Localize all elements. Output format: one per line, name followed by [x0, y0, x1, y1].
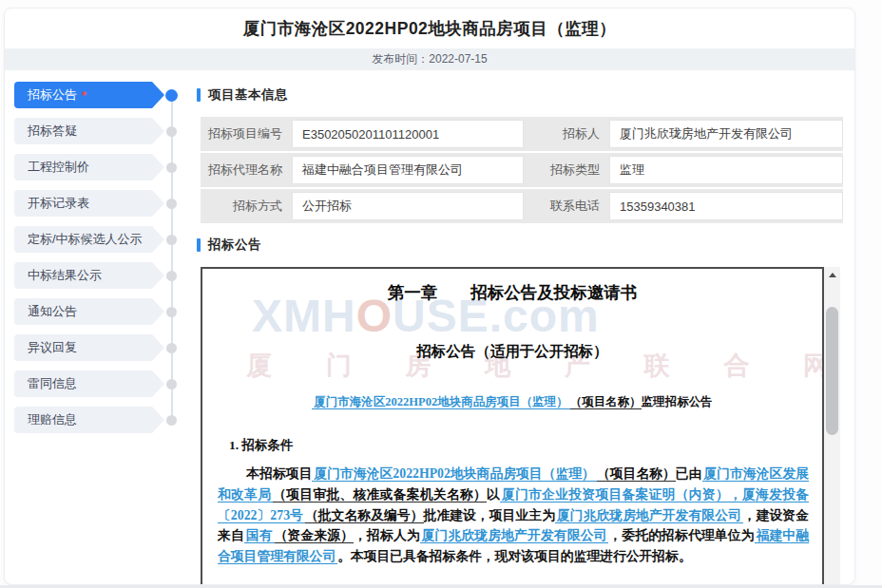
sidebar-arrow[interactable]: 雷同信息 [14, 370, 164, 397]
scrollbar-thumb[interactable] [826, 307, 838, 435]
timeline-dot [165, 89, 178, 102]
page: 厦门市海沧区2022HP02地块商品房项目（监理） 发布时间：2022-07-1… [0, 0, 882, 588]
field-placeholder: （资金来源） [275, 528, 354, 543]
field-value: 福建中融合项目管理有限公司 [292, 156, 524, 184]
sidebar-item-label: 定标/中标候选人公示 [28, 231, 143, 248]
sidebar-item-winner-result-publicity[interactable]: 中标结果公示 [14, 262, 187, 289]
table-row: 招标代理名称 福建中融合项目管理有限公司 招标类型 监理 [201, 153, 843, 187]
timeline-dot [166, 126, 177, 137]
sidebar-item-label: 招标公告 [28, 86, 77, 104]
table-row: 招标方式 公开招标 联系电话 15359340381 [201, 189, 843, 223]
document-page: XMHOUSE.com 厦 门 房 地 产 联 合 网 第一章 招标公告及投标邀… [201, 267, 824, 585]
sidebar-item-label: 异议回复 [28, 339, 77, 356]
field-value: 15359340381 [609, 192, 843, 220]
field-label: 招标代理名称 [201, 153, 292, 187]
sidebar-item-bid-qa[interactable]: 招标答疑 [14, 118, 187, 144]
sidebar-arrow[interactable]: 定标/中标候选人公示 [14, 226, 164, 253]
field-value: 厦门兆欣珑房地产开发有限公司 [609, 120, 843, 148]
timeline-dot [166, 307, 177, 317]
doc-project-headline: 厦门市海沧区2022HP02地块商品房项目（监理）（项目名称）监理招标公告 [212, 394, 813, 410]
doc-clause1-title: 1. 招标条件 [229, 437, 822, 454]
sidebar-item-label: 理赔信息 [28, 411, 77, 428]
field-placeholder: （项目审批、核准或备案机关名称） [273, 487, 487, 503]
field-value: E3502050201101120001 [292, 120, 524, 148]
section-title: 招标公告 [208, 237, 261, 254]
sidebar-arrow[interactable]: 招标公告* [14, 82, 164, 108]
sidebar-arrow[interactable]: 通知公告 [14, 298, 164, 325]
tenderer-company-link[interactable]: 厦门兆欣珑房地产开发有限公司 [420, 528, 609, 543]
para-text: ，委托的招标代理单位为 [608, 528, 754, 542]
sidebar-item-winner-candidate-publicity[interactable]: 定标/中标候选人公示 [14, 226, 187, 253]
timeline-dot [166, 343, 177, 353]
funding-source-link[interactable]: 国有 [244, 528, 275, 543]
timeline-dot [166, 199, 177, 209]
required-asterisk: * [82, 88, 86, 103]
field-placeholder: （批文名称及编号） [305, 508, 424, 523]
para-text: 以 [487, 487, 500, 502]
doc-subtitle: 招标公告（适用于公开招标） [212, 342, 813, 362]
field-label: 招标人 [524, 117, 609, 151]
field-label: 招标类型 [524, 153, 609, 187]
sidebar-item-claim-info[interactable]: 理赔信息 [14, 407, 187, 433]
owner-company-link[interactable]: 厦门兆欣珑房地产开发有限公司 [555, 508, 743, 523]
sidebar-item-label: 通知公告 [28, 303, 77, 320]
sidebar-item-project-control-price[interactable]: 工程控制价 [14, 154, 187, 180]
sidebar-arrow[interactable]: 开标记录表 [14, 190, 164, 217]
document-viewer: XMHOUSE.com 厦 门 房 地 产 联 合 网 第一章 招标公告及投标邀… [201, 267, 840, 585]
para-text: 已由 [676, 466, 702, 481]
section-title: 项目基本信息 [208, 86, 288, 104]
section-accent-bar [197, 238, 201, 252]
field-label: 招标方式 [201, 189, 292, 223]
para-text: 批准建设，项目业主为 [424, 508, 555, 522]
sidebar-item-label: 雷同信息 [28, 375, 77, 392]
document-scrollbar[interactable] [824, 267, 840, 585]
sidebar-arrow[interactable]: 理赔信息 [14, 407, 164, 433]
main-content: 项目基本信息 招标项目编号 E3502050201101120001 招标人 厦… [197, 82, 843, 585]
publish-time-bar: 发布时间：2022-07-15 [5, 48, 854, 70]
para-text: ，招标人为 [354, 528, 420, 542]
timeline-dot [166, 415, 177, 426]
doc-chapter-title: 第一章 招标公告及投标邀请书 [212, 281, 813, 304]
sidebar-arrow[interactable]: 工程控制价 [14, 154, 164, 180]
section-basic-info-header: 项目基本信息 [197, 87, 288, 103]
field-value: 公开招标 [292, 192, 524, 220]
sidebar-item-label: 中标结果公示 [28, 267, 102, 284]
field-placeholder: （项目名称） [597, 466, 676, 482]
field-value: 监理 [609, 156, 843, 184]
doc-paragraph: 本招标项目厦门市海沧区2022HP02地块商品房项目（监理）（项目名称）已由厦门… [218, 464, 809, 567]
headline-suffix: 监理招标公告 [642, 395, 713, 408]
timeline-dot [166, 235, 177, 245]
section-accent-bar [197, 88, 201, 102]
field-placeholder: （项目名称） [570, 395, 642, 409]
basic-info-table: 招标项目编号 E3502050201101120001 招标人 厦门兆欣珑房地产… [201, 117, 843, 225]
up-arrow-icon [829, 273, 836, 277]
page-title: 厦门市海沧区2022HP02地块商品房项目（监理） [5, 9, 854, 48]
sidebar: 招标公告* 招标答疑 工程控制价 开标记录表 定标/中标候选人公示 中标结果公示 [14, 82, 187, 443]
table-row: 招标项目编号 E3502050201101120001 招标人 厦门兆欣珑房地产… [201, 117, 843, 151]
timeline-dot [166, 271, 177, 281]
sidebar-item-label: 开标记录表 [28, 195, 89, 212]
sidebar-item-duplicate-info[interactable]: 雷同信息 [14, 370, 187, 397]
timeline-dot [166, 379, 177, 389]
sidebar-item-bid-announcement[interactable]: 招标公告* [14, 82, 187, 108]
sidebar-item-label: 招标答疑 [28, 123, 77, 140]
content-card: 厦门市海沧区2022HP02地块商品房项目（监理） 发布时间：2022-07-1… [4, 8, 855, 585]
sidebar-item-label: 工程控制价 [28, 159, 89, 176]
sidebar-item-notice[interactable]: 通知公告 [14, 298, 187, 325]
para-text: 。本项目已具备招标条件，现对该项目的监理进行公开招标。 [337, 549, 692, 563]
timeline-dot [166, 162, 177, 173]
sidebar-arrow[interactable]: 异议回复 [14, 334, 164, 361]
project-name-link[interactable]: 厦门市海沧区2022HP02地块商品房项目（监理） [312, 466, 596, 482]
field-label: 招标项目编号 [201, 117, 292, 151]
publish-time: 发布时间：2022-07-15 [372, 51, 487, 67]
sidebar-item-bid-opening-record[interactable]: 开标记录表 [14, 190, 187, 217]
scroll-up-button[interactable] [824, 267, 840, 282]
field-label: 联系电话 [524, 189, 609, 223]
sidebar-item-objection-reply[interactable]: 异议回复 [14, 334, 187, 361]
sidebar-arrow[interactable]: 招标答疑 [14, 118, 164, 144]
para-text: 本招标项目 [246, 466, 312, 481]
project-name-link[interactable]: 厦门市海沧区2022HP02地块商品房项目（监理） [312, 395, 569, 409]
section-announcement-header: 招标公告 [197, 237, 261, 253]
sidebar-arrow[interactable]: 中标结果公示 [14, 262, 164, 289]
